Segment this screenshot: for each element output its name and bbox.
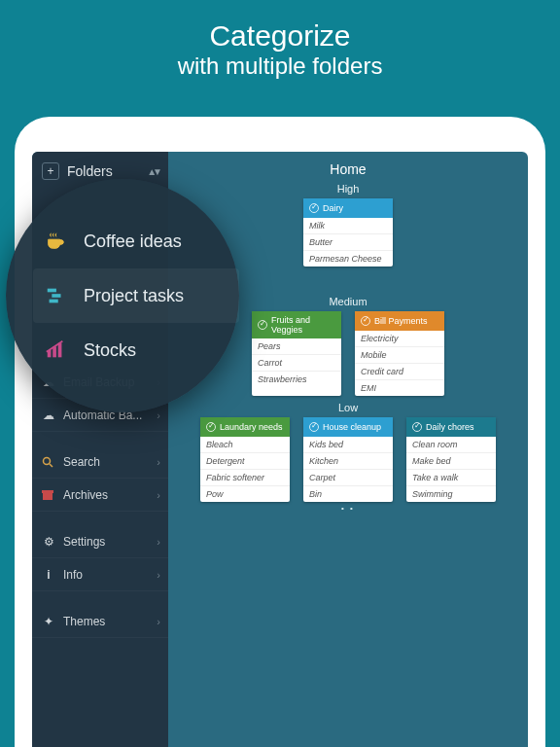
card-item[interactable]: Credit card (355, 364, 444, 380)
promo-header: Categorize with multiple folders (0, 0, 560, 89)
sidebar-item-label: Info (63, 568, 83, 582)
board-title: Home (176, 161, 520, 177)
svg-rect-6 (52, 294, 60, 298)
card-item[interactable]: Pears (252, 338, 341, 355)
stocks-icon (43, 338, 68, 363)
pager-dots: • • (176, 504, 520, 513)
chevron-right-icon: › (157, 456, 160, 468)
svg-rect-3 (43, 493, 52, 500)
card-title: Bill Payments (374, 316, 428, 326)
folder-label: Stocks (84, 340, 136, 361)
card-body: Kids bedKitchenCarpetBin (303, 437, 393, 502)
sidebar-item-info[interactable]: i Info › (32, 558, 168, 591)
svg-rect-7 (50, 300, 58, 303)
card-title: Laundary needs (220, 422, 283, 432)
task-card[interactable]: Bill PaymentsElectricityMobileCredit car… (355, 311, 444, 396)
check-icon (258, 320, 267, 330)
card-body: ElectricityMobileCredit cardEMI (355, 331, 444, 396)
sidebar-item-archives[interactable]: Archives › (32, 479, 168, 512)
sidebar-item-label: Themes (63, 615, 105, 628)
card-item[interactable]: Pow (200, 486, 290, 502)
card-item[interactable]: Milk (303, 218, 393, 234)
card-title: Fruits and Veggies (271, 315, 335, 335)
task-card[interactable]: Daily choresClean roomMake bedTake a wal… (406, 417, 496, 502)
task-card[interactable]: Laundary needsBleachDetergentFabric soft… (200, 417, 290, 502)
sidebar-item-label: Archives (63, 488, 108, 502)
card-item[interactable]: Electricity (355, 331, 444, 347)
svg-point-0 (44, 457, 51, 464)
sidebar-item-search[interactable]: Search › (32, 445, 168, 479)
sort-icon[interactable]: ▲▼ (147, 166, 158, 177)
check-icon (361, 316, 370, 326)
card-item[interactable]: Carpet (303, 470, 393, 486)
card-body: BleachDetergentFabric softenerPow (200, 437, 290, 502)
promo-line2: with multiple folders (0, 53, 560, 80)
card-item[interactable]: Fabric softener (200, 470, 290, 486)
sidebar-item-settings[interactable]: ⚙ Settings › (32, 525, 168, 558)
svg-rect-5 (48, 289, 56, 293)
folder-stocks[interactable]: Stocks (43, 323, 239, 377)
card-item[interactable]: Kitchen (303, 453, 393, 470)
check-icon (309, 422, 319, 432)
chevron-right-icon: › (157, 536, 160, 548)
card-header: Daily chores (406, 417, 496, 437)
card-item[interactable]: Kids bed (303, 437, 393, 453)
task-card[interactable]: DairyMilkButterParmesan Cheese (303, 198, 393, 267)
card-item[interactable]: Carrot (252, 355, 341, 372)
folder-label: Coffee ideas (84, 231, 182, 252)
card-item[interactable]: EMI (355, 380, 444, 396)
svg-rect-2 (42, 490, 53, 493)
section-label-low: Low (176, 402, 520, 413)
chevron-right-icon: › (157, 409, 160, 421)
card-header: Fruits and Veggies (252, 311, 341, 338)
card-item[interactable]: Parmesan Cheese (303, 251, 393, 267)
card-item[interactable]: Swimming (406, 486, 496, 502)
check-icon (206, 422, 216, 432)
card-title: House cleanup (323, 422, 381, 432)
card-body: MilkButterParmesan Cheese (303, 218, 393, 267)
card-item[interactable]: Bleach (200, 437, 290, 453)
tasks-icon (43, 283, 68, 308)
card-item[interactable]: Butter (303, 234, 393, 251)
sidebar-item-themes[interactable]: ✦ Themes › (32, 605, 168, 638)
chevron-right-icon: › (157, 489, 160, 501)
info-icon: i (42, 568, 55, 582)
folder-magnifier: Coffee ideas Project tasks Stocks (6, 179, 239, 412)
card-header: House cleanup (303, 417, 393, 437)
task-card[interactable]: House cleanupKids bedKitchenCarpetBin (303, 417, 393, 502)
folder-project-tasks[interactable]: Project tasks (33, 268, 239, 323)
card-item[interactable]: Strawberries (252, 372, 341, 387)
card-body: Clean roomMake bedTake a walkSwimming (406, 437, 496, 502)
folder-label: Project tasks (84, 286, 184, 306)
section-label-high: High (176, 183, 520, 195)
svg-rect-10 (58, 343, 62, 358)
card-header: Laundary needs (200, 417, 290, 437)
card-body: PearsCarrotStrawberries (252, 338, 341, 387)
svg-rect-4 (49, 239, 59, 246)
card-item[interactable]: Make bed (406, 453, 496, 470)
folders-label: Folders (67, 163, 113, 179)
card-item[interactable]: Clean room (406, 437, 496, 453)
check-icon (309, 203, 319, 213)
search-icon (42, 456, 55, 468)
card-header: Dairy (303, 198, 393, 218)
check-icon (412, 422, 422, 432)
archive-icon (42, 490, 55, 500)
add-folder-icon[interactable]: + (42, 162, 59, 180)
themes-icon: ✦ (42, 615, 55, 628)
sidebar-item-label: Search (63, 455, 100, 469)
card-item[interactable]: Mobile (355, 347, 444, 364)
task-card[interactable]: Fruits and VeggiesPearsCarrotStrawberrie… (252, 311, 341, 396)
sidebar-item-label: Settings (63, 535, 105, 549)
gear-icon: ⚙ (42, 535, 55, 549)
chevron-right-icon: › (157, 569, 160, 581)
card-item[interactable]: Take a walk (406, 470, 496, 486)
folder-coffee-ideas[interactable]: Coffee ideas (43, 214, 239, 268)
card-item[interactable]: Detergent (200, 453, 290, 470)
card-item[interactable]: Bin (303, 486, 393, 502)
chevron-right-icon: › (157, 616, 160, 627)
cloud-icon: ☁ (42, 409, 55, 422)
svg-line-1 (50, 464, 52, 467)
card-header: Bill Payments (355, 311, 444, 331)
coffee-icon (43, 229, 68, 254)
